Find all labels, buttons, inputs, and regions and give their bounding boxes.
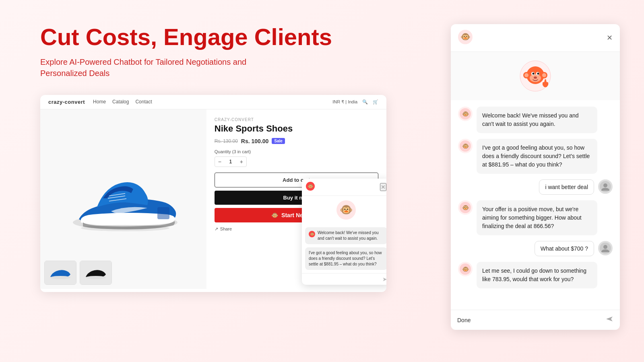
- bot-bubble-2: I've got a good feeling about you, so ho…: [477, 139, 597, 174]
- price-original: Rs. 130.00: [215, 138, 238, 144]
- quantity-control: − 1 +: [215, 156, 247, 167]
- store-mockup: crazy-convert Home Catalog Contact INR ₹…: [40, 95, 386, 292]
- svg-text:🐵: 🐵: [462, 111, 469, 117]
- store-nav: Home Catalog Contact: [93, 99, 152, 105]
- svg-point-44: [603, 245, 607, 249]
- svg-text:🐵: 🐵: [460, 32, 471, 41]
- quantity-value: 1: [225, 158, 237, 165]
- bot-avatar-4: 🐵: [458, 262, 473, 276]
- chat-message-row-6: 🐵 Let me see, I could go down to somethi…: [458, 262, 613, 288]
- currency-selector[interactable]: INR ₹ | India: [332, 99, 357, 105]
- product-brand: CRAZY-CONVERT: [215, 117, 378, 122]
- store-logo: crazy-convert: [48, 99, 85, 105]
- svg-rect-4: [157, 207, 169, 219]
- chat-bot-avatar-center: [451, 52, 620, 100]
- quantity-increase[interactable]: +: [237, 157, 246, 167]
- svg-point-7: [86, 276, 106, 279]
- chat-message-row-3: i want better deal: [458, 179, 613, 195]
- chat-input-field[interactable]: [457, 317, 605, 323]
- sale-badge: Sale: [272, 138, 285, 144]
- store-content: CRAZY-CONVERT Nike Sports Shoes Rs. 130.…: [40, 109, 386, 289]
- mini-chat-logo: 🐵: [306, 182, 315, 192]
- mini-chat-input-area: ➤: [302, 273, 386, 285]
- svg-text:🐵: 🐵: [308, 183, 314, 189]
- price-current: Rs. 100.00: [241, 138, 269, 144]
- negotiate-icon: 🐵: [271, 212, 278, 218]
- bot-bubble-3: Your offer is a positive move, but we're…: [477, 200, 597, 235]
- chat-message-row-5: What about $700 ?: [458, 241, 613, 256]
- user-bubble-1: i want better deal: [539, 179, 594, 195]
- svg-point-21: [542, 73, 546, 77]
- hero-title: Cut Costs, Engage Clients: [40, 24, 435, 50]
- svg-rect-32: [543, 82, 545, 86]
- mini-chat-messages: 🐵 Welcome back! We've missed you and can…: [302, 224, 386, 273]
- product-prices: Rs. 130.00 Rs. 100.00 Sale: [215, 138, 378, 144]
- svg-rect-33: [546, 82, 548, 86]
- send-icon: [605, 315, 613, 323]
- svg-point-40: [603, 183, 607, 187]
- chat-message-row-4: 🐵 Your offer is a positive move, but we'…: [458, 200, 613, 235]
- hero-subtitle: Explore AI-Powered Chatbot for Tailored …: [40, 56, 250, 79]
- chat-messages: 🐵 Welcome back! We've missed you and can…: [451, 100, 620, 310]
- mini-chat-close-button[interactable]: ✕: [380, 183, 386, 191]
- svg-point-28: [535, 77, 535, 78]
- chat-close-button[interactable]: ✕: [607, 33, 613, 42]
- svg-text:🐵: 🐵: [462, 204, 469, 211]
- user-avatar-2: [598, 241, 613, 255]
- nav-home[interactable]: Home: [93, 99, 106, 105]
- chat-header-logo: 🐵: [458, 30, 473, 46]
- nav-catalog[interactable]: Catalog: [112, 99, 129, 105]
- chat-input-area: [451, 310, 620, 330]
- svg-point-6: [50, 276, 70, 279]
- mini-chatbot-popup: 🐵 ✕ 🐵 🐵 Welcome b: [302, 179, 386, 285]
- bot-avatar-3: 🐵: [458, 200, 473, 215]
- svg-point-25: [533, 73, 535, 75]
- svg-point-29: [536, 77, 537, 78]
- left-section: Cut Costs, Engage Clients Explore AI-Pow…: [40, 24, 435, 292]
- bot-avatar-2: 🐵: [458, 139, 473, 153]
- svg-point-27: [534, 76, 537, 79]
- chat-send-button[interactable]: [605, 315, 613, 325]
- product-thumbnails: [44, 261, 112, 285]
- bot-avatar-1: 🐵: [458, 107, 473, 121]
- user-bubble-2: What about $700 ?: [535, 241, 594, 256]
- svg-text:🐵: 🐵: [462, 143, 469, 150]
- search-icon[interactable]: 🔍: [362, 99, 368, 105]
- mini-chat-message-1: 🐵 Welcome back! We've missed you and can…: [305, 227, 386, 244]
- product-shoe-image: [63, 163, 184, 235]
- svg-point-5: [81, 225, 169, 231]
- mini-chat-header: 🐵 ✕: [302, 179, 386, 196]
- mini-chat-bot-avatar: 🐵: [302, 196, 386, 224]
- svg-text:🐵: 🐵: [310, 232, 315, 237]
- user-avatar-1: [598, 179, 613, 194]
- thumbnail-2[interactable]: [80, 261, 112, 285]
- mini-send-icon[interactable]: ➤: [382, 276, 386, 282]
- bot-bubble-1: Welcome back! We've missed you and can't…: [477, 107, 597, 133]
- svg-point-20: [524, 73, 528, 77]
- quantity-decrease[interactable]: −: [215, 157, 225, 167]
- svg-text:🐵: 🐵: [462, 266, 469, 273]
- thumbnail-1[interactable]: [44, 261, 76, 285]
- chat-header: 🐵 ✕: [451, 24, 620, 52]
- mini-chat-message-2: I've got a good feeling about you, so ho…: [305, 247, 386, 270]
- product-name: Nike Sports Shoes: [215, 123, 378, 134]
- share-icon: ↗: [215, 226, 218, 232]
- store-header-right: INR ₹ | India 🔍 🛒: [332, 99, 378, 105]
- svg-point-26: [537, 73, 539, 75]
- quantity-label: Quantity (3 in cart): [215, 149, 378, 154]
- svg-text:🐵: 🐵: [340, 203, 353, 216]
- store-header: crazy-convert Home Catalog Contact INR ₹…: [40, 95, 386, 109]
- svg-rect-34: [545, 79, 546, 82]
- chatbot-panel: 🐵 ✕: [451, 24, 620, 330]
- chat-message-row-1: 🐵 Welcome back! We've missed you and can…: [458, 107, 613, 133]
- nav-contact[interactable]: Contact: [135, 99, 152, 105]
- bot-bubble-4: Let me see, I could go down to something…: [477, 262, 597, 288]
- product-image-area: [40, 109, 206, 289]
- cart-icon[interactable]: 🛒: [373, 99, 378, 105]
- chat-message-row-2: 🐵 I've got a good feeling about you, so …: [458, 139, 613, 174]
- product-info: CRAZY-CONVERT Nike Sports Shoes Rs. 130.…: [206, 109, 386, 289]
